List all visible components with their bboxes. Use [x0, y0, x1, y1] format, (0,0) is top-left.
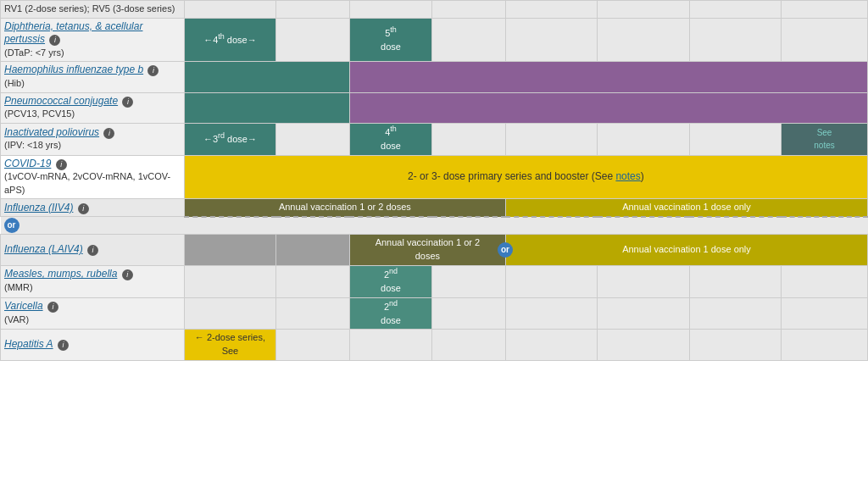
ipv-see-notes: Seenotes — [782, 123, 868, 155]
dtap-link[interactable]: Diphtheria, tetanus, & acellular pertuss… — [4, 20, 142, 46]
varicella-info-icon[interactable]: i — [47, 302, 58, 313]
varicella-subtext: (VAR) — [4, 314, 29, 324]
influenza-laiv4-link[interactable]: Influenza (LAIV4) — [4, 243, 83, 255]
ipv-link[interactable]: Inactivated poliovirus — [4, 126, 99, 138]
hib-info-icon[interactable]: i — [147, 65, 159, 76]
iiv4-annual-1-2: Annual vaccination 1 or 2 doses — [184, 199, 505, 217]
ipv-subtext: (IPV: <18 yrs) — [4, 140, 61, 150]
mmr-name-cell: Measles, mumps, rubella i (MMR) — [1, 265, 185, 297]
pcv-teal — [184, 92, 349, 123]
hepatitis-a-row: Hepatitis A i ← 2-dose series, See — [1, 330, 868, 360]
dtap-dose5: 5thdose — [349, 18, 432, 62]
ipv-dose4: 4thdose — [349, 123, 432, 155]
hepa-2dose: ← 2-dose series, See — [184, 330, 275, 360]
covid-info-icon[interactable]: i — [56, 159, 67, 170]
covid-subtext: (1vCOV-mRNA, 2vCOV-mRNA, 1vCOV-aPS) — [4, 171, 170, 195]
hib-subtext: (Hib) — [4, 78, 25, 88]
vaccine-schedule-table: RV1 (2-dose series); RV5 (3-dose series)… — [0, 0, 868, 361]
dtap-name-cell: Diphtheria, tetanus, & acellular pertuss… — [1, 18, 185, 62]
pcv-subtext: (PCV13, PCV15) — [4, 108, 75, 119]
ipv-name-cell: Inactivated poliovirus i (IPV: <18 yrs) — [1, 123, 185, 155]
ipv-dose3: ←3rd dose→ — [184, 123, 275, 155]
iiv4-annual-1: Annual vaccination 1 dose only — [506, 199, 868, 217]
mmr-link[interactable]: Measles, mumps, rubella — [4, 268, 117, 280]
influenza-laiv4-info-icon[interactable]: i — [87, 245, 98, 256]
laiv4-annual-1-2: Annual vaccination 1 or 2doses or — [349, 235, 505, 265]
covid-link[interactable]: COVID-19 — [4, 158, 51, 169]
hib-link[interactable]: Haemophilus influenzae type b — [4, 64, 143, 75]
covid-row: COVID-19 i (1vCOV-mRNA, 2vCOV-mRNA, 1vCO… — [1, 155, 868, 199]
dtap-dose4: ←4th dose→ — [184, 18, 275, 62]
varicella-link[interactable]: Varicella — [4, 300, 43, 312]
mmr-subtext: (MMR) — [4, 282, 33, 292]
influenza-iiv4-link[interactable]: Influenza (IIV4) — [4, 202, 73, 214]
varicella-row: Varicella i (VAR) 2nddose — [1, 297, 868, 330]
covid-text: 2- or 3- dose primary series and booster… — [408, 170, 644, 182]
mmr-row: Measles, mumps, rubella i (MMR) 2nddose — [1, 265, 868, 297]
or-badge-mid: or — [498, 242, 513, 258]
pcv-purple — [349, 92, 867, 123]
varicella-dose2: 2nddose — [349, 297, 432, 330]
table-row: Pneumococcal conjugate i (PCV13, PCV15) — [1, 92, 868, 123]
laiv4-annual-1: Annual vaccination 1 dose only — [506, 235, 868, 265]
table-row: Inactivated poliovirus i (IPV: <18 yrs) … — [1, 123, 868, 155]
influenza-iiv4-name-cell: Influenza (IIV4) i — [1, 199, 185, 217]
varicella-name-cell: Varicella i (VAR) — [1, 297, 185, 330]
rv-name: RV1 (2-dose series); RV5 (3-dose series) — [4, 3, 175, 14]
covid-name-cell: COVID-19 i (1vCOV-mRNA, 2vCOV-mRNA, 1vCO… — [1, 155, 185, 199]
hepatitis-a-link[interactable]: Hepatitis A — [4, 338, 53, 350]
covid-schedule: 2- or 3- dose primary series and booster… — [184, 155, 867, 199]
or-separator-row: or — [1, 217, 868, 235]
pcv-info-icon[interactable]: i — [122, 97, 133, 108]
laiv4-gray1 — [184, 235, 275, 265]
ipv-info-icon[interactable]: i — [103, 128, 114, 139]
pcv-link[interactable]: Pneumococcal conjugate — [4, 95, 118, 107]
hepatitis-a-name-cell: Hepatitis A i — [1, 330, 185, 360]
mmr-dose2: 2nddose — [349, 265, 432, 297]
or-badge: or — [4, 218, 19, 233]
mmr-info-icon[interactable]: i — [122, 269, 133, 280]
influenza-laiv4-name-cell: Influenza (LAIV4) i — [1, 235, 185, 265]
dtap-info-icon[interactable]: i — [49, 35, 60, 46]
pcv-name-cell: Pneumococcal conjugate i (PCV13, PCV15) — [1, 92, 185, 123]
hib-teal — [184, 62, 349, 92]
covid-notes-link[interactable]: notes — [615, 170, 640, 182]
hepatitis-a-info-icon[interactable]: i — [58, 340, 69, 351]
dtap-subtext: (DTaP: <7 yrs) — [4, 47, 64, 58]
hib-name-cell: Haemophilus influenzae type b i (Hib) — [1, 62, 185, 92]
laiv4-gray2 — [276, 235, 350, 265]
table-row: Diphtheria, tetanus, & acellular pertuss… — [1, 18, 868, 62]
influenza-laiv4-row: Influenza (LAIV4) i Annual vaccination 1… — [1, 235, 868, 265]
hib-purple — [349, 62, 867, 92]
table-row: Haemophilus influenzae type b i (Hib) — [1, 62, 868, 92]
rv-cell: RV1 (2-dose series); RV5 (3-dose series) — [1, 1, 185, 19]
table-row: RV1 (2-dose series); RV5 (3-dose series) — [1, 1, 868, 19]
influenza-iiv4-info-icon[interactable]: i — [78, 203, 89, 214]
influenza-iiv4-row: Influenza (IIV4) i Annual vaccination 1 … — [1, 199, 868, 217]
